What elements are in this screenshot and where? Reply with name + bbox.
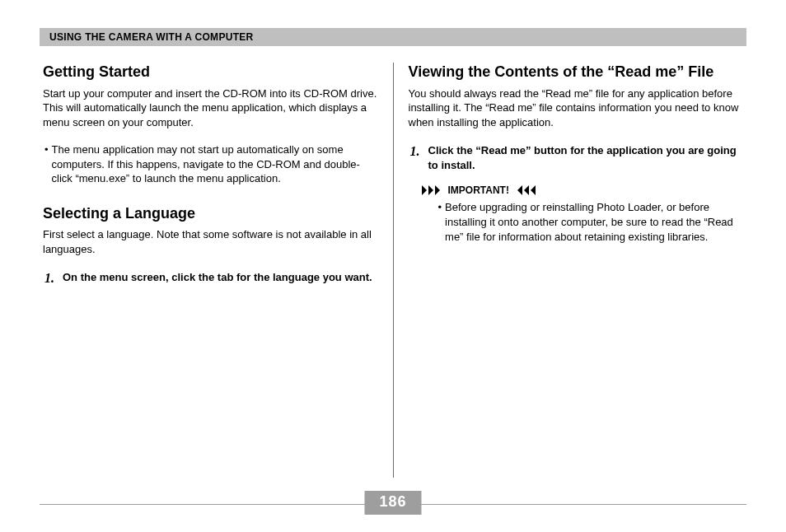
page-number-badge: 186 (364, 491, 421, 515)
para-viewing-readme: You should always read the “Read me” fil… (409, 86, 744, 130)
important-callout: IMPORTANT! (422, 184, 744, 197)
triangle-right-icon (422, 185, 443, 195)
numbered-step: 1. Click the “Read me” button for the ap… (409, 142, 744, 172)
page-footer: 186 (40, 504, 746, 509)
right-column: Viewing the Contents of the “Read me” Fi… (394, 63, 747, 486)
page-number: 186 (379, 493, 406, 510)
important-bullet-list: • Before upgrading or reinstalling Photo… (438, 200, 744, 244)
svg-marker-5 (531, 185, 536, 195)
svg-marker-0 (422, 185, 427, 195)
section-header-bar: USING THE CAMERA WITH A COMPUTER (40, 28, 746, 46)
step-number: 1. (409, 142, 428, 172)
bullet-item: • The menu application may not start up … (43, 142, 378, 186)
bullet-item: • Before upgrading or reinstalling Photo… (438, 200, 744, 244)
left-column: Getting Started Start up your computer a… (40, 63, 393, 486)
section-header-text: USING THE CAMERA WITH A COMPUTER (49, 31, 254, 43)
content-area: Getting Started Start up your computer a… (40, 63, 746, 486)
triangle-left-icon (514, 185, 536, 195)
heading-viewing-readme: Viewing the Contents of the “Read me” Fi… (409, 63, 744, 82)
step-number: 1. (43, 269, 63, 287)
svg-marker-4 (524, 185, 529, 195)
bullet-dot-icon: • (438, 200, 446, 244)
para-selecting-language: First select a language. Note that some … (43, 227, 378, 256)
step-text: Click the “Read me” button for the appli… (428, 142, 744, 172)
bullet-dot-icon: • (43, 142, 52, 186)
important-label: IMPORTANT! (448, 184, 509, 197)
heading-selecting-language: Selecting a Language (43, 204, 378, 223)
svg-marker-1 (428, 185, 433, 195)
step-text: On the menu screen, click the tab for th… (63, 269, 378, 287)
bullet-text: Before upgrading or reinstalling Photo L… (445, 200, 743, 244)
bullet-text: The menu application may not start up au… (52, 142, 378, 186)
svg-marker-3 (517, 185, 522, 195)
numbered-step: 1. On the menu screen, click the tab for… (43, 269, 378, 287)
svg-marker-2 (435, 185, 440, 195)
heading-getting-started: Getting Started (43, 63, 378, 82)
para-getting-started: Start up your computer and insert the CD… (43, 86, 378, 130)
